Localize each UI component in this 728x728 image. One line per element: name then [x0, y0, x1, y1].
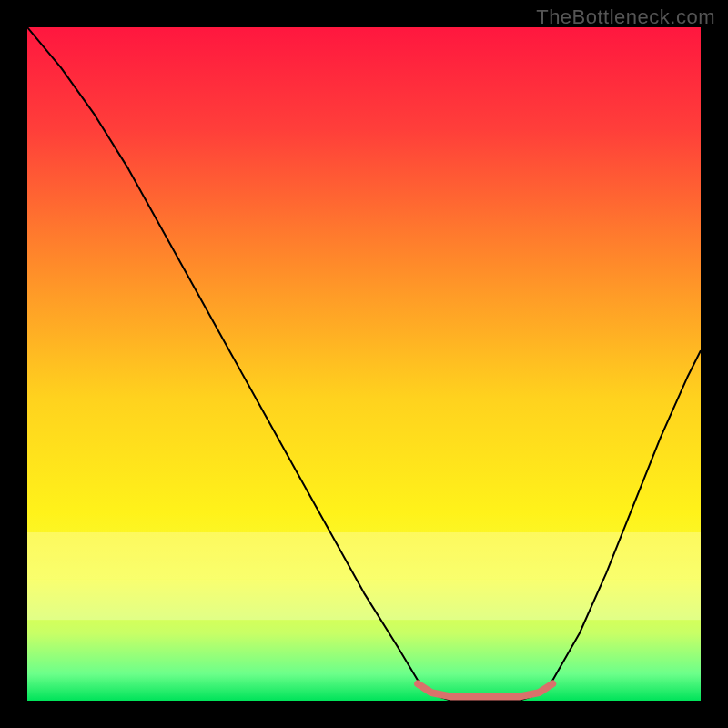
highlight-band	[27, 580, 701, 620]
highlight-bands	[27, 532, 701, 620]
bottleneck-chart	[27, 27, 701, 701]
watermark-text: TheBottleneck.com	[536, 5, 715, 29]
plot-area	[27, 27, 701, 701]
highlight-band	[27, 532, 701, 580]
chart-frame: TheBottleneck.com	[0, 0, 728, 728]
